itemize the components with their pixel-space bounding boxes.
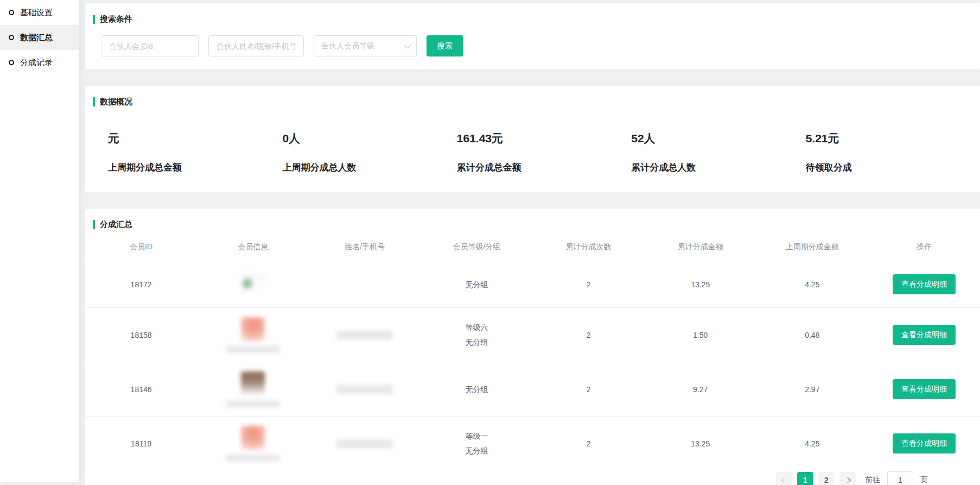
view-commission-detail-button[interactable]: 查看分成明细: [893, 274, 956, 294]
table-header-row: 会员ID 会员信息 姓名/手机号 会员等级/分组 累计分成次数 累计分成金额 上…: [85, 233, 980, 261]
cell-last-period: 4.25: [756, 280, 868, 289]
view-commission-detail-button[interactable]: 查看分成明细: [893, 433, 956, 453]
chevron-down-icon: [404, 42, 411, 49]
section-title-text: 数据概况: [100, 97, 132, 107]
cell-member-info: [197, 317, 309, 353]
cell-name-phone: [309, 439, 421, 448]
stat-label: 上周期分成总金额: [108, 161, 282, 174]
cell-last-period: 2.97: [756, 385, 868, 394]
previous-page-button[interactable]: [776, 472, 792, 485]
blurred-phone: [336, 331, 393, 339]
table-row: 18158 等级六 无分组 2 1.50 0.48 查看分成明细: [85, 308, 980, 362]
cell-total: 13.25: [645, 280, 756, 289]
cell-count: 2: [533, 331, 645, 339]
sidebar-item-label: 基础设置: [20, 8, 53, 18]
stat-total-people: 52人 累计分成总人数: [631, 131, 805, 174]
stat-value: 52人: [631, 131, 805, 146]
circle-icon: [9, 10, 14, 15]
member-level: 等级一: [465, 430, 488, 442]
overview-section-title: 数据概况: [93, 97, 980, 107]
stats-row: 元 上周期分成总金额 0人 上周期分成总人数 161.43元 累计分成总金额 5…: [93, 131, 980, 174]
section-accent-bar: [93, 15, 95, 24]
partner-name-input[interactable]: [208, 35, 304, 56]
cell-last-period: 0.48: [756, 331, 868, 339]
section-accent-bar: [93, 220, 95, 229]
cell-last-period: 4.25: [756, 439, 868, 448]
data-overview-panel: 数据概况 元 上周期分成总金额 0人 上周期分成总人数 161.43元 累计分成…: [85, 86, 980, 192]
partner-member-id-input[interactable]: [101, 35, 199, 56]
column-header-name-phone: 姓名/手机号: [309, 242, 421, 252]
sidebar: 基础设置 数据汇总 分成记录: [0, 0, 79, 482]
cell-count: 2: [533, 439, 645, 448]
page-button-2[interactable]: 2: [818, 472, 835, 485]
cell-total: 9.27: [645, 385, 756, 394]
view-commission-detail-button[interactable]: 查看分成明细: [893, 325, 956, 345]
cell-total: 1.50: [645, 331, 756, 339]
stat-label: 待领取分成: [806, 161, 980, 174]
page-suffix-label: 页: [920, 475, 928, 485]
cell-actions: 查看分成明细: [868, 379, 980, 399]
stat-total-amount: 161.43元 累计分成总金额: [457, 131, 631, 174]
stat-value: 5.21元: [806, 131, 980, 146]
cell-member-id: 18146: [85, 385, 197, 394]
goto-page-label: 前往: [865, 475, 880, 485]
stat-pending-commission: 5.21元 待领取分成: [806, 131, 980, 174]
member-group: 无分组: [465, 279, 488, 291]
cell-member-id: 18172: [85, 280, 197, 289]
cell-actions: 查看分成明细: [868, 325, 980, 345]
section-accent-bar: [93, 97, 95, 106]
table-row: 18146 无分组 2 9.27 2.97 查看分成明细: [85, 362, 980, 417]
search-panel: 搜索条件 合伙人会员等级 搜索: [85, 3, 980, 70]
cell-member-info: [197, 273, 309, 297]
sidebar-item-commission-records[interactable]: 分成记录: [0, 50, 79, 75]
stat-label: 累计分成总人数: [631, 161, 805, 174]
goto-page-input[interactable]: [887, 471, 913, 485]
avatar: [241, 371, 265, 395]
stat-value: 0人: [282, 131, 456, 146]
blurred-nickname: [226, 346, 280, 353]
avatar: [241, 426, 265, 450]
blurred-nickname: [226, 455, 280, 462]
avatar: [241, 273, 265, 297]
cell-count: 2: [533, 280, 645, 289]
cell-count: 2: [533, 385, 645, 394]
circle-icon: [9, 60, 14, 65]
sidebar-item-label: 数据汇总: [20, 33, 53, 43]
cell-member-id: 18158: [85, 331, 197, 339]
cell-member-id: 18119: [85, 439, 197, 448]
main-content: 搜索条件 合伙人会员等级 搜索 数据概况 元 上周期分成总金额 0人 上周期分: [85, 0, 980, 485]
pagination: 1 2 前往 页: [85, 465, 980, 485]
cell-actions: 查看分成明细: [868, 274, 980, 294]
column-header-level-group: 会员等级/分组: [421, 242, 532, 252]
search-form: 合伙人会员等级 搜索: [93, 35, 980, 56]
table-section-title: 分成汇总: [85, 219, 980, 230]
select-placeholder: 合伙人会员等级: [321, 41, 374, 51]
column-header-total: 累计分成金额: [645, 242, 756, 252]
stat-label: 上周期分成总人数: [282, 161, 456, 174]
page-button-1[interactable]: 1: [797, 472, 813, 485]
chevron-left-icon: [781, 477, 787, 483]
stat-last-period-amount: 元 上周期分成总金额: [108, 131, 282, 174]
cell-level-group: 无分组: [421, 279, 532, 291]
avatar: [241, 317, 265, 341]
stat-label: 累计分成总金额: [457, 161, 631, 174]
member-level: 等级六: [465, 322, 488, 333]
next-page-button[interactable]: [839, 472, 856, 485]
cell-level-group: 等级六 无分组: [421, 322, 532, 348]
member-group: 无分组: [465, 445, 488, 457]
table-row: 18119 等级一 无分组 2 13.25 4.25 查看分成明细: [85, 417, 980, 465]
sidebar-item-label: 分成记录: [20, 58, 53, 68]
sidebar-item-basic-settings[interactable]: 基础设置: [0, 0, 79, 25]
chevron-right-icon: [844, 477, 850, 483]
partner-level-select[interactable]: 合伙人会员等级: [314, 35, 417, 56]
view-commission-detail-button[interactable]: 查看分成明细: [893, 379, 956, 399]
blurred-phone: [336, 385, 393, 394]
stat-last-period-people: 0人 上周期分成总人数: [282, 131, 456, 174]
search-section-title: 搜索条件: [93, 14, 980, 24]
search-button[interactable]: 搜索: [427, 35, 463, 56]
circle-icon: [9, 35, 14, 40]
sidebar-item-data-summary[interactable]: 数据汇总: [0, 25, 79, 50]
column-header-count: 累计分成次数: [533, 242, 645, 252]
stat-value: 161.43元: [457, 131, 631, 146]
cell-total: 13.25: [645, 439, 756, 448]
